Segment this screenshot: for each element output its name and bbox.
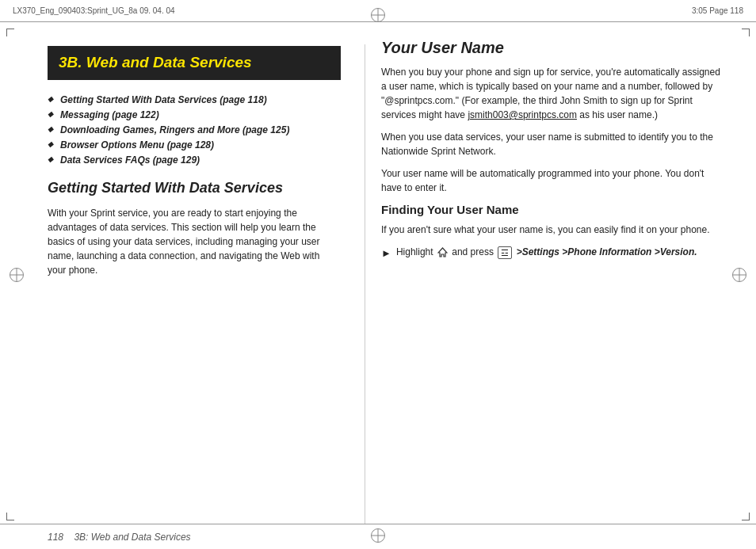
svg-marker-0 (438, 248, 447, 257)
arrow-and-press: and press (452, 246, 494, 257)
right-column: Your User Name When you buy your phone a… (365, 22, 756, 524)
section-body: With your Sprint service, you are ready … (48, 206, 341, 277)
chapter-banner: 3B. Web and Data Services (48, 46, 341, 80)
right-main-heading: Your User Name (381, 38, 724, 57)
chapter-toc: Getting Started With Data Services (page… (48, 94, 341, 166)
arrow-text: Highlight and press ☲ >Settings >Phone I… (396, 245, 697, 259)
toc-item-1: Getting Started With Data Services (page… (48, 94, 341, 105)
arrow-highlight-word: Highlight (396, 246, 433, 257)
page-number: 118 (48, 532, 63, 543)
bottom-center-crosshair (371, 528, 385, 543)
main-content: 3B. Web and Data Services Getting Starte… (0, 22, 756, 524)
toc-item-2: Messaging (page 122) (48, 109, 341, 120)
footer-chapter-label: 3B: Web and Data Services (74, 532, 190, 543)
right-para-2: When you use data services, your user na… (381, 130, 724, 158)
settings-key-icon: ☲ (498, 246, 512, 259)
email-link: jsmith003@sprintpcs.com (468, 109, 577, 120)
right-para-1: When you buy your phone and sign up for … (381, 65, 724, 122)
sub-para: If you aren't sure what your user name i… (381, 223, 724, 237)
right-para-3: Your user name will be automatically pro… (381, 166, 724, 195)
header-right: 3:05 Page 118 (692, 6, 743, 15)
left-column: 3B. Web and Data Services Getting Starte… (0, 22, 365, 524)
home-icon (437, 247, 448, 257)
arrow-settings-path: >Settings >Phone Information >Version. (517, 246, 697, 257)
top-bar: LX370_Eng_090403:Sprint_UG_8a 09. 04. 04… (0, 0, 756, 22)
toc-item-5: Data Services FAQs (page 129) (48, 154, 341, 166)
section-heading: Getting Started With Data Services (48, 180, 341, 197)
toc-item-4: Browser Options Menu (page 128) (48, 139, 341, 151)
arrow-symbol: ► (381, 246, 391, 261)
arrow-instruction: ► Highlight and press ☲ >Settings >Phone… (381, 245, 724, 261)
sub-heading: Finding Your User Name (381, 203, 724, 216)
header-left: LX370_Eng_090403:Sprint_UG_8a 09. 04. 04 (13, 6, 175, 15)
top-center-crosshair (371, 8, 385, 22)
toc-item-3: Downloading Games, Ringers and More (pag… (48, 124, 341, 135)
para1-end: as his user name.) (579, 109, 658, 120)
